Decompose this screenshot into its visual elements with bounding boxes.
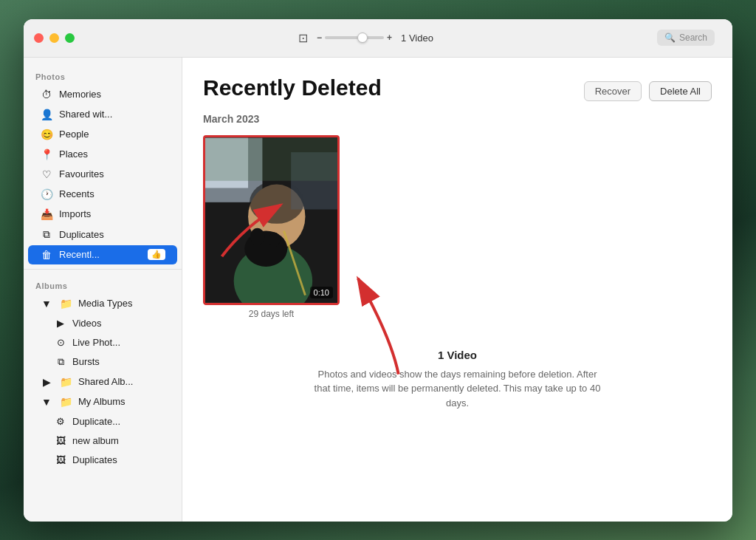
sidebar-item-duplicate-album[interactable]: ⚙ Duplicate... (28, 412, 177, 431)
sidebar: Photos ⏱ Memories 👤 Shared wit... 😊 Peop… (24, 58, 182, 522)
imports-label: Imports (59, 208, 91, 219)
maximize-button[interactable] (65, 33, 75, 43)
sidebar-item-duplicates2[interactable]: 🖼 Duplicates (28, 451, 177, 469)
bursts-label: Bursts (72, 356, 100, 367)
collapsed-icon: ▶ (40, 376, 53, 388)
photo-thumb-inner (205, 137, 337, 303)
sidebar-item-live-photos[interactable]: ⊙ Live Phot... (28, 333, 177, 352)
video-icon: ▶ (55, 318, 66, 329)
favourites-icon: ♡ (40, 168, 53, 180)
sidebar-item-places[interactable]: 📍 Places (28, 145, 177, 164)
svg-point-8 (269, 232, 280, 246)
live-photos-icon: ⊙ (55, 337, 66, 348)
slider-thumb (357, 33, 368, 43)
live-photos-label: Live Phot... (72, 337, 120, 348)
video-count-label: 1 Video (401, 33, 433, 44)
recently-deleted-badge: 👍 (148, 249, 165, 260)
window-inner: Photos ⏱ Memories 👤 Shared wit... 😊 Peop… (24, 58, 732, 522)
sidebar-item-memories[interactable]: ⏱ Memories (28, 85, 177, 104)
places-label: Places (59, 148, 88, 160)
content-header: Recently Deleted Recover Delete All (203, 75, 712, 101)
sidebar-item-shared[interactable]: 👤 Shared wit... (28, 105, 177, 124)
expand-icon: ▼ (40, 298, 53, 310)
gear-icon: ⚙ (55, 416, 66, 427)
photo-grid: 0:10 29 days left (203, 135, 712, 319)
memories-label: Memories (59, 89, 101, 100)
sidebar-item-favourites[interactable]: ♡ Favourites (28, 165, 177, 184)
info-text: Photos and videos show the days remainin… (310, 367, 605, 411)
sidebar-item-media-types[interactable]: ▼ 📁 Media Types (28, 294, 177, 313)
sidebar-item-recently-deleted[interactable]: 🗑 Recentl... 👍 (28, 245, 177, 264)
close-button[interactable] (34, 33, 44, 43)
duplicates2-label: Duplicates (72, 454, 117, 465)
videos-label: Videos (72, 318, 102, 329)
page-title: Recently Deleted (203, 75, 382, 100)
new-album-icon: 🖼 (55, 435, 66, 446)
photo-svg (205, 137, 337, 303)
minimize-button[interactable] (49, 33, 59, 43)
sidebar-item-videos[interactable]: ▶ Videos (28, 314, 177, 332)
my-albums-label: My Albums (78, 396, 126, 407)
svg-point-7 (250, 228, 264, 245)
sidebar-item-bursts[interactable]: ⧉ Bursts (28, 352, 177, 372)
sidebar-item-people[interactable]: 😊 People (28, 125, 177, 144)
sidebar-item-duplicates[interactable]: ⧉ Duplicates (28, 225, 177, 245)
delete-all-button[interactable]: Delete All (649, 81, 712, 101)
sidebar-item-imports[interactable]: 📥 Imports (28, 205, 177, 224)
people-label: People (59, 129, 89, 140)
search-icon: 🔍 (664, 33, 676, 43)
duplicates-label: Duplicates (59, 229, 104, 240)
media-types-icon: 📁 (59, 298, 72, 310)
info-section: 1 Video Photos and videos show the days … (310, 349, 605, 411)
view-icon: ⊡ (298, 31, 308, 45)
photo-item[interactable]: 0:10 29 days left (203, 135, 340, 319)
header-buttons: Recover Delete All (584, 81, 712, 101)
photo-thumb: 0:10 (203, 135, 340, 305)
albums-section-label: Albums (24, 274, 182, 293)
my-albums-expand-icon: ▼ (40, 396, 53, 408)
app-window: ⊡ − + 1 Video 🔍 Search Photos ⏱ Memories (24, 19, 732, 522)
shared-albums-icon: 📁 (59, 376, 72, 388)
traffic-lights (34, 33, 75, 43)
memories-icon: ⏱ (40, 89, 53, 100)
trash-icon: 🗑 (40, 249, 53, 261)
zoom-out-icon: − (317, 33, 322, 43)
photo-caption: 29 days left (203, 309, 340, 319)
duplicates-icon: ⧉ (40, 228, 53, 241)
photos-section-label: Photos (24, 65, 182, 84)
recents-label: Recents (59, 188, 94, 199)
sidebar-divider (24, 269, 182, 270)
duplicate-album-label: Duplicate... (72, 416, 120, 427)
people-icon: 😊 (40, 129, 53, 140)
zoom-slider[interactable] (325, 36, 384, 39)
new-album-label: new album (72, 435, 119, 446)
search-label: Search (679, 33, 707, 43)
imports-icon: 📥 (40, 208, 53, 220)
places-icon: 📍 (40, 148, 53, 160)
sidebar-item-shared-albums[interactable]: ▶ 📁 Shared Alb... (28, 372, 177, 392)
shared-label: Shared wit... (59, 109, 112, 120)
duplicates2-icon: 🖼 (55, 454, 66, 465)
svg-rect-11 (205, 137, 337, 180)
shared-albums-label: Shared Alb... (78, 376, 133, 387)
sidebar-item-my-albums[interactable]: ▼ 📁 My Albums (28, 392, 177, 411)
shared-icon: 👤 (40, 109, 53, 120)
sidebar-item-recents[interactable]: 🕐 Recents (28, 185, 177, 204)
zoom-slider-container: − + (317, 33, 392, 43)
zoom-in-icon: + (387, 33, 392, 43)
title-bar: ⊡ − + 1 Video 🔍 Search (24, 19, 732, 58)
section-date: March 2023 (203, 113, 712, 125)
search-bar[interactable]: 🔍 Search (657, 30, 715, 46)
recently-deleted-label: Recentl... (59, 249, 100, 260)
my-albums-icon: 📁 (59, 396, 72, 408)
info-title: 1 Video (310, 349, 605, 361)
sidebar-item-new-album[interactable]: 🖼 new album (28, 431, 177, 450)
media-types-label: Media Types (78, 298, 132, 309)
bursts-icon: ⧉ (55, 356, 66, 368)
content-area: Recently Deleted Recover Delete All Marc… (182, 58, 732, 522)
recover-button[interactable]: Recover (584, 81, 642, 101)
favourites-label: Favourites (59, 168, 104, 180)
video-duration: 0:10 (310, 287, 333, 298)
toolbar: ⊡ − + 1 Video (75, 31, 657, 45)
recents-icon: 🕐 (40, 188, 53, 200)
